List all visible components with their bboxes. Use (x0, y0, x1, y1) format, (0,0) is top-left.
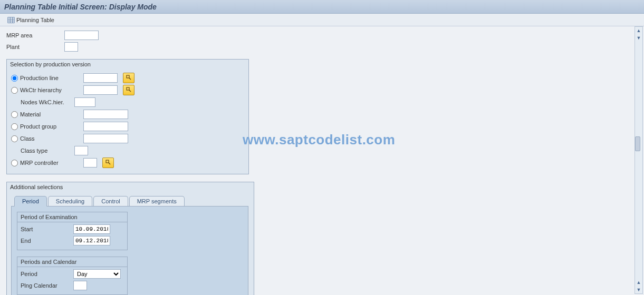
planning-table-button-label: Planning Table (16, 17, 54, 23)
selection-groupbox-title: Selection by production version (7, 60, 248, 70)
wkctr-hierarchy-radio[interactable] (11, 87, 18, 94)
production-line-label: Production line (20, 75, 83, 81)
tab-control[interactable]: Control (93, 196, 128, 206)
production-line-radio[interactable] (11, 75, 18, 82)
page-title: Planning Table Initial Screen: Display M… (4, 3, 157, 11)
product-group-label: Product group (20, 123, 83, 130)
scroll-up-arrow-icon[interactable]: ▲ (635, 27, 642, 34)
end-date-input[interactable] (73, 236, 110, 245)
additional-groupbox: Additional selections Period Scheduling … (6, 182, 254, 295)
tabstrip: Period Scheduling Control MRP segments (7, 195, 254, 206)
search-help-icon (126, 74, 132, 82)
material-input[interactable] (83, 110, 128, 119)
class-input[interactable] (83, 134, 128, 143)
scroll-down-arrow2-icon[interactable]: ▼ (635, 286, 642, 293)
nodes-wkc-hier-label: Nodes WkC.hier. (21, 99, 74, 105)
product-group-input[interactable] (83, 122, 128, 131)
additional-groupbox-title: Additional selections (7, 182, 254, 192)
material-radio[interactable] (11, 111, 18, 118)
scroll-up-arrow2-icon[interactable]: ▲ (635, 279, 642, 286)
svg-rect-5 (127, 75, 129, 78)
material-label: Material (20, 111, 83, 117)
vertical-scrollbar[interactable]: ▲ ▼ ▲ ▼ (635, 26, 643, 294)
plng-calendar-input[interactable] (73, 281, 87, 290)
end-label: End (21, 238, 73, 244)
search-help-icon (126, 86, 132, 94)
mrp-controller-radio[interactable] (11, 160, 18, 166)
period-of-examination-title: Period of Examination (17, 212, 127, 222)
nodes-wkc-hier-input[interactable] (74, 97, 95, 107)
wkctr-hierarchy-label: WkCtr hierarchy (20, 87, 83, 93)
mrp-area-input[interactable] (64, 31, 99, 40)
class-label: Class (20, 135, 83, 142)
scroll-thumb[interactable] (635, 136, 640, 151)
period-select[interactable]: Day (73, 269, 121, 279)
plng-calendar-label: Plng Calendar (21, 282, 73, 289)
scroll-down-arrow-icon[interactable]: ▼ (635, 34, 642, 42)
periods-and-calendar-group: Periods and Calendar Period Day Plng Cal… (17, 257, 128, 295)
tab-scheduling[interactable]: Scheduling (48, 196, 92, 206)
production-line-search-button[interactable] (123, 73, 134, 83)
svg-rect-7 (127, 87, 129, 90)
period-label: Period (21, 271, 73, 277)
plant-input[interactable] (64, 42, 78, 52)
scroll-track[interactable] (635, 42, 642, 279)
plant-row: Plant (6, 42, 638, 52)
mrp-controller-label: MRP controller (20, 160, 83, 166)
content-area: MRP area Plant Selection by production v… (0, 26, 644, 295)
svg-line-6 (129, 78, 131, 80)
product-group-radio[interactable] (11, 123, 18, 130)
mrp-controller-search-button[interactable] (102, 158, 114, 168)
class-type-input[interactable] (74, 146, 88, 155)
svg-rect-0 (8, 17, 14, 23)
page-title-bar: Planning Table Initial Screen: Display M… (0, 0, 644, 14)
mrp-area-row: MRP area (6, 31, 638, 40)
period-of-examination-group: Period of Examination Start End (17, 212, 128, 250)
wkctr-hierarchy-search-button[interactable] (123, 85, 134, 95)
selection-groupbox: Selection by production version Producti… (6, 59, 249, 174)
mrp-area-label: MRP area (6, 32, 64, 38)
periods-and-calendar-title: Periods and Calendar (17, 257, 127, 267)
production-line-input[interactable] (83, 73, 118, 83)
tab-period[interactable]: Period (14, 196, 47, 206)
svg-rect-9 (106, 160, 109, 163)
class-radio[interactable] (11, 135, 18, 142)
tab-panel-period: Period of Examination Start End Periods … (11, 206, 248, 295)
class-type-label: Class type (21, 148, 74, 154)
svg-line-8 (129, 90, 131, 92)
planning-table-button[interactable]: Planning Table (4, 16, 57, 24)
search-help-icon (105, 159, 111, 167)
start-label: Start (21, 226, 73, 232)
mrp-controller-input[interactable] (83, 158, 97, 168)
tab-mrp-segments[interactable]: MRP segments (129, 196, 185, 206)
start-date-input[interactable] (73, 224, 110, 234)
plant-label: Plant (6, 44, 64, 50)
app-toolbar: Planning Table (0, 14, 644, 26)
wkctr-hierarchy-input[interactable] (83, 85, 118, 95)
svg-line-10 (109, 163, 110, 164)
planning-table-icon (7, 17, 15, 23)
